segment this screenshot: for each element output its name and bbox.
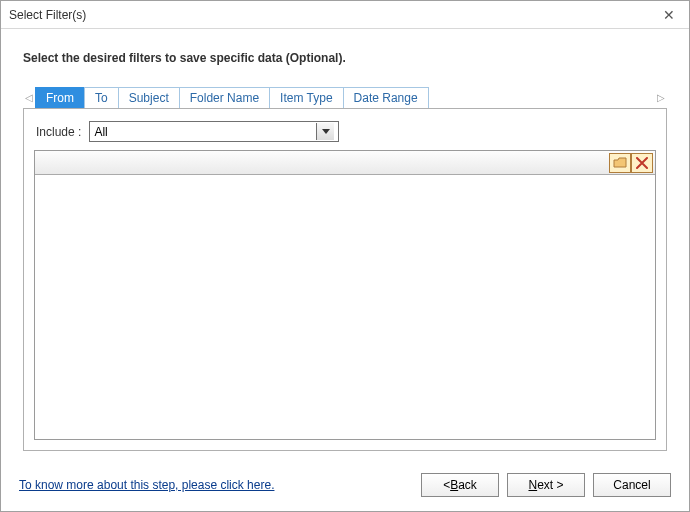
dialog-content: Select the desired filters to save speci… bbox=[1, 29, 689, 461]
close-icon: ✕ bbox=[663, 7, 675, 23]
instruction-text: Select the desired filters to save speci… bbox=[23, 51, 667, 65]
window-title: Select Filter(s) bbox=[9, 8, 657, 22]
tab-panel-from: Include : All bbox=[23, 108, 667, 451]
dropdown-button[interactable] bbox=[316, 123, 334, 140]
tab-folder-name[interactable]: Folder Name bbox=[179, 87, 270, 108]
tab-subject[interactable]: Subject bbox=[118, 87, 180, 108]
chevron-down-icon bbox=[322, 129, 330, 135]
next-button[interactable]: Next > bbox=[507, 473, 585, 497]
include-select[interactable]: All bbox=[89, 121, 339, 142]
x-icon bbox=[636, 157, 648, 169]
scroll-right-icon[interactable]: ▷ bbox=[655, 92, 667, 103]
folder-icon bbox=[613, 157, 627, 169]
include-label: Include : bbox=[36, 125, 81, 139]
title-bar: Select Filter(s) ✕ bbox=[1, 1, 689, 29]
tab-strip: ◁ From To Subject Folder Name Item Type … bbox=[23, 87, 667, 108]
help-link[interactable]: To know more about this step, please cli… bbox=[19, 478, 274, 492]
tab-date-range[interactable]: Date Range bbox=[343, 87, 429, 108]
filter-list bbox=[34, 150, 656, 440]
back-button[interactable]: < Back bbox=[421, 473, 499, 497]
tab-to[interactable]: To bbox=[84, 87, 119, 108]
close-button[interactable]: ✕ bbox=[657, 5, 681, 25]
scroll-left-icon[interactable]: ◁ bbox=[23, 92, 35, 103]
list-toolbar bbox=[35, 151, 655, 175]
tab-from[interactable]: From bbox=[35, 87, 85, 108]
list-body[interactable] bbox=[35, 175, 655, 439]
footer: To know more about this step, please cli… bbox=[1, 461, 689, 511]
tabs-container: From To Subject Folder Name Item Type Da… bbox=[35, 87, 428, 108]
browse-button[interactable] bbox=[609, 153, 631, 173]
tab-item-type[interactable]: Item Type bbox=[269, 87, 343, 108]
cancel-button[interactable]: Cancel bbox=[593, 473, 671, 497]
include-row: Include : All bbox=[36, 121, 654, 142]
delete-button[interactable] bbox=[631, 153, 653, 173]
include-value: All bbox=[94, 125, 316, 139]
